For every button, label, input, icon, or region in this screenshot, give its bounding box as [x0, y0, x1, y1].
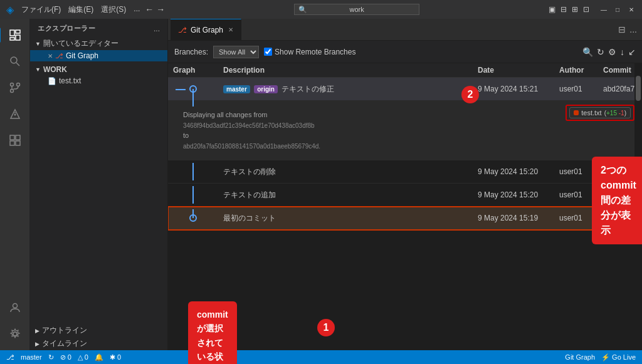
table-row[interactable]: テキストの削除 9 May 2024 15:20 user01 9d2b0b2d [168, 160, 642, 184]
activity-explorer[interactable] [4, 24, 26, 46]
diff-label-2: to [183, 132, 189, 139]
tab-git-graph[interactable]: ⎇ Git Graph ✕ [171, 19, 241, 41]
graph-visual-2 [173, 163, 213, 180]
table-row[interactable]: master origin テキストの修正 9 May 2024 15:21 u… [168, 78, 642, 101]
refresh-icon[interactable]: ↻ [597, 47, 604, 57]
maximize-button[interactable]: □ [613, 5, 622, 14]
desc-cell-4: 最初のコミット [218, 207, 473, 230]
graph-visual-3 [173, 186, 213, 204]
table-wrapper: Graph Description Date Author Commit [168, 63, 642, 350]
git-graph-tab-label: Git Graph [66, 51, 98, 60]
sidebar-header: エクスプローラー ... [30, 19, 167, 36]
menu-more[interactable]: ... [134, 4, 140, 15]
activity-search[interactable] [4, 50, 26, 73]
graph-visual-1 [173, 80, 213, 98]
date-cell-3: 9 May 2024 15:20 [473, 184, 554, 207]
author-cell-4: user01 [554, 207, 598, 230]
graph-dot-4 [189, 214, 197, 222]
graph-cell-2 [168, 160, 218, 184]
layout-icon-1[interactable]: ▣ [549, 5, 555, 14]
open-editors-header[interactable]: ▼ 開いているエディター [30, 37, 167, 50]
status-sync-icon[interactable]: ↻ [48, 353, 54, 361]
activity-git[interactable] [4, 76, 26, 99]
settings-icon[interactable]: ⚙ [608, 47, 616, 57]
sidebar-more-icon[interactable]: ... [154, 24, 160, 33]
scroll-track[interactable] [634, 63, 642, 350]
graph-line-2 [192, 163, 194, 180]
menu-file[interactable]: ファイル(F) [21, 4, 61, 15]
file-badge[interactable]: test.txt (+15 -1) [569, 107, 631, 118]
diff-badge: (+15 -1) [604, 110, 626, 117]
workspace-label: WORK [43, 65, 67, 74]
sidebar-file-test-txt[interactable]: 📄 test.txt [30, 75, 167, 86]
activity-settings[interactable] [4, 323, 26, 345]
branches-select[interactable]: Show All [213, 46, 259, 58]
show-remote-area: Show Remote Branches [264, 48, 355, 56]
git-graph-content: Branches: Show All Show Remote Branches … [168, 41, 642, 350]
timeline-header[interactable]: ▶ タイムライン [30, 337, 167, 350]
diff-hash-from: 3468f94bd3adf21c394ec56f1e70d438ac03df8b [183, 122, 315, 129]
show-remote-checkbox[interactable] [264, 48, 272, 56]
graph-line-h-1 [176, 89, 186, 90]
outline-header[interactable]: ▶ アウトライン [30, 324, 167, 337]
desc-cell-2: テキストの削除 [218, 160, 473, 184]
tab-close-btn[interactable]: ✕ [228, 26, 233, 33]
col-header-graph: Graph [168, 63, 218, 78]
table-row[interactable]: テキストの追加 9 May 2024 15:20 user01 aef50773 [168, 184, 642, 207]
desc-cell-1: master origin テキストの修正 [218, 78, 473, 101]
table-row-selected[interactable]: 最初のコミット 9 May 2024 15:19 user01 3468f94b [168, 207, 642, 230]
scroll-thumb[interactable] [636, 76, 641, 101]
status-bar-right: Git Graph ⚡ Go Live [565, 353, 636, 361]
status-git-graph-label[interactable]: Git Graph [565, 353, 595, 361]
layout-icon-4[interactable]: ⊡ [583, 5, 589, 14]
forward-arrow[interactable]: → [156, 4, 165, 14]
main-layout: エクスプローラー ... ▼ 開いているエディター ✕ ⎇ Git Graph … [0, 19, 642, 350]
activity-debug[interactable] [4, 103, 26, 125]
sidebar-title: エクスプローラー [38, 24, 95, 33]
status-branch-name[interactable]: master [21, 353, 42, 361]
pull-icon[interactable]: ↙ [628, 47, 636, 57]
git-graph-close-icon[interactable]: ✕ [48, 53, 53, 60]
status-bell[interactable]: 🔔 [95, 353, 103, 361]
search-bar[interactable]: 🔍 work [294, 4, 419, 15]
sidebar-item-git-graph[interactable]: ✕ ⎇ Git Graph [30, 50, 167, 61]
search-commits-icon[interactable]: 🔍 [582, 47, 593, 57]
annotation-circle-1: 1 [317, 319, 335, 336]
file-badge-area: test.txt (+15 -1) [566, 105, 634, 121]
open-editors-section: ▼ 開いているエディター ✕ ⎇ Git Graph [30, 36, 167, 63]
graph-cell-1 [168, 78, 218, 101]
svg-point-11 [14, 114, 16, 116]
fetch-icon[interactable]: ↓ [620, 47, 624, 57]
graph-dot-1 [189, 85, 197, 93]
date-cell-1: 9 May 2024 15:21 [473, 78, 554, 101]
layout-icon-2[interactable]: ⊟ [560, 5, 567, 14]
author-cell-3: user01 [554, 184, 598, 207]
date-cell-4: 9 May 2024 15:19 [473, 207, 554, 230]
date-cell-2: 9 May 2024 15:20 [473, 160, 554, 184]
status-go-live[interactable]: ⚡ Go Live [601, 353, 636, 361]
minimize-button[interactable]: — [599, 5, 608, 14]
activity-account[interactable] [4, 296, 26, 319]
back-arrow[interactable]: ← [145, 4, 154, 14]
workspace-header[interactable]: ▼ WORK [30, 64, 167, 75]
close-button[interactable]: ✕ [627, 5, 636, 14]
diff-minus: -1 [619, 110, 624, 117]
activity-extensions[interactable] [4, 129, 26, 152]
workspace-section: ▼ WORK 📄 test.txt [30, 63, 167, 88]
split-editor-icon[interactable]: ⊟ [618, 24, 626, 34]
diff-info-cell: Displaying all changes from 3468f94bd3ad… [168, 101, 642, 160]
status-cursor: ✱ 0 [110, 353, 121, 361]
window-controls: — □ ✕ [599, 5, 636, 14]
menu-edit[interactable]: 編集(E) [68, 4, 93, 15]
col-header-date: Date [473, 63, 554, 78]
svg-rect-14 [16, 135, 20, 140]
menu-bar: ファイル(F) 編集(E) 選択(S) ... [21, 4, 140, 15]
more-actions-icon[interactable]: ... [629, 24, 637, 34]
file-icon: 📄 [48, 77, 56, 85]
diff-hash-to: abd20fa7fa5018088141570a0d1baeeb85679c4d… [183, 143, 320, 150]
diff-info-box: Displaying all changes from 3468f94bd3ad… [176, 105, 553, 156]
menu-select[interactable]: 選択(S) [101, 4, 126, 15]
timeline-label: タイムライン [42, 338, 87, 349]
svg-point-8 [10, 90, 13, 93]
layout-icon-3[interactable]: ⊞ [572, 5, 578, 14]
